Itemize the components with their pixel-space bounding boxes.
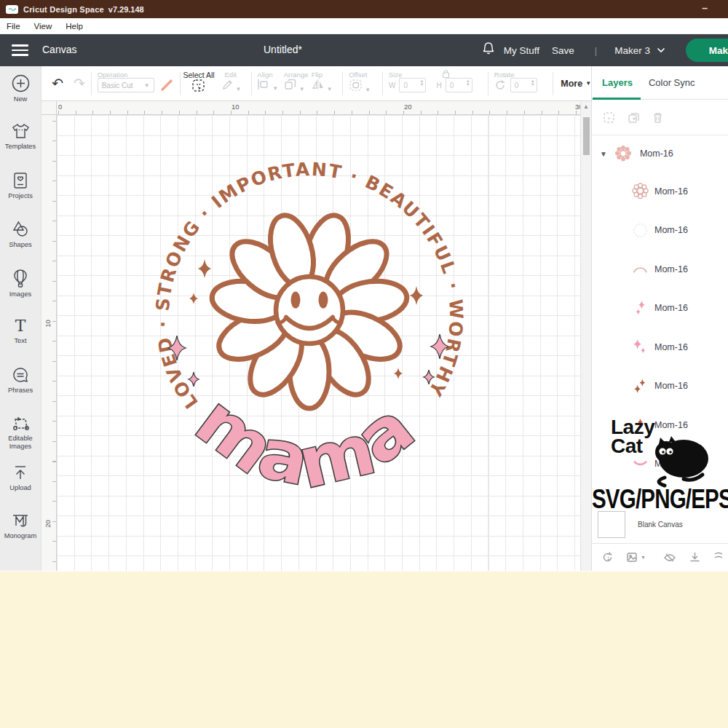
app-header: Canvas Untitled* My Stuff Save | Maker 3… xyxy=(0,34,728,66)
machine-selector[interactable]: Maker 3 xyxy=(614,45,665,56)
header-divider: | xyxy=(595,45,597,56)
undo-button[interactable]: ↷ xyxy=(52,75,63,92)
window-title: Cricut Design Space xyxy=(23,5,104,14)
window-version: v7.29.148 xyxy=(108,5,144,14)
color-swatch[interactable] xyxy=(159,79,174,92)
sidebar-item-shapes[interactable]: Shapes xyxy=(0,220,41,269)
height-label: H xyxy=(436,82,441,90)
sidebar-item-editable-images[interactable]: Editable Images xyxy=(0,415,41,464)
menu-bar: File View Help xyxy=(0,18,728,34)
app-window: Cricut Design Space v7.29.148 – File Vie… xyxy=(0,0,728,571)
clipped-icon[interactable] xyxy=(713,551,726,563)
black-cat-watermark xyxy=(650,434,710,488)
download-icon[interactable] xyxy=(689,551,701,563)
duplicate-icon[interactable] xyxy=(628,111,640,124)
menu-help[interactable]: Help xyxy=(66,22,83,31)
edit-dropdown[interactable]: ▼ xyxy=(218,79,245,94)
smiley-face xyxy=(276,277,343,344)
export-image-icon[interactable] xyxy=(626,551,638,563)
trash-icon[interactable] xyxy=(652,111,663,124)
sidebar-item-new[interactable]: New xyxy=(0,74,41,122)
text-icon: T xyxy=(12,317,29,335)
layer-row[interactable]: Mom-16 xyxy=(592,250,728,289)
layer-row[interactable]: Mom-16 xyxy=(592,289,728,328)
height-input[interactable]: 0▲▼ xyxy=(446,78,472,92)
layer-thumb-flower-outline xyxy=(631,182,649,200)
sidebar-item-projects[interactable]: Projects xyxy=(0,171,41,220)
layer-row[interactable]: Mom-16 xyxy=(592,367,728,406)
layer-row[interactable]: Mom-16 xyxy=(592,328,728,367)
layer-thumb-arc xyxy=(631,260,649,278)
sidebar-item-text[interactable]: T Text xyxy=(0,317,41,366)
balloon-icon xyxy=(12,269,29,288)
layer-thumb-smile xyxy=(631,455,649,473)
hide-icon[interactable] xyxy=(663,553,676,563)
layer-group-row[interactable]: ▼ Mom-16 xyxy=(592,135,728,172)
machine-name: Maker 3 xyxy=(614,45,650,56)
sidebar-item-templates[interactable]: Templates xyxy=(0,122,41,171)
sidebar-item-upload[interactable]: Upload xyxy=(0,464,41,513)
left-sidebar: New Templates Projects Shapes Images T T… xyxy=(0,66,41,571)
lock-icon[interactable] xyxy=(441,68,451,79)
layer-thumb-pink-sparkles xyxy=(631,299,649,317)
lazy-cat-watermark: Lazy Cat xyxy=(611,418,654,456)
operation-dropdown[interactable]: Basic Cut ▼ xyxy=(98,78,154,92)
more-button[interactable]: More▼ xyxy=(561,79,591,89)
offset-dropdown[interactable]: ▼ xyxy=(349,79,376,95)
horizontal-ruler: 0 10 20 30 xyxy=(57,101,580,115)
group-thumb-flower xyxy=(614,144,633,163)
width-input[interactable]: 0▲▼ xyxy=(399,78,426,92)
canvas-scrollbar[interactable]: ▲ xyxy=(580,101,591,571)
tab-layers[interactable]: Layers xyxy=(602,77,633,88)
canvas-area[interactable]: 0 10 20 30 10 20 LOVE xyxy=(41,101,591,571)
layer-row[interactable]: Mom-16 xyxy=(592,211,728,250)
active-tab-underline xyxy=(593,98,641,100)
arrange-dropdown[interactable]: ▼ xyxy=(284,79,312,94)
select-all-icon[interactable] xyxy=(191,79,205,92)
scroll-up-icon[interactable]: ▲ xyxy=(583,103,589,110)
select-all-label: Select All xyxy=(183,71,215,79)
caret-down-icon[interactable]: ▼ xyxy=(641,555,646,560)
tshirt-icon xyxy=(11,122,31,141)
monogram-icon xyxy=(11,513,30,530)
sidebar-item-images[interactable]: Images xyxy=(0,269,41,317)
tab-color-sync[interactable]: Color Sync xyxy=(649,77,695,88)
project-card-icon xyxy=(12,171,29,190)
layer-row[interactable]: Mom-16 xyxy=(592,172,728,211)
redo-button[interactable]: ↷ xyxy=(74,75,85,92)
select-layers-icon[interactable] xyxy=(603,111,615,124)
blank-canvas-row[interactable]: Blank Canvas xyxy=(598,511,683,538)
save-link[interactable]: Save xyxy=(552,45,574,56)
canvas-label[interactable]: Canvas xyxy=(42,44,76,55)
background-bottom xyxy=(0,666,728,728)
make-button[interactable]: Mak xyxy=(686,39,728,62)
minimize-button[interactable]: – xyxy=(702,2,708,14)
phrases-icon xyxy=(11,366,30,384)
align-dropdown[interactable]: ▼ xyxy=(257,79,283,93)
menu-file[interactable]: File xyxy=(7,22,20,31)
shapes-icon xyxy=(11,220,31,239)
rotate-input[interactable]: 0▲▼ xyxy=(510,78,537,92)
layer-thumb-brown-sparkles xyxy=(631,377,649,395)
layer-thumb-pink-sparkles-large xyxy=(631,338,649,356)
flip-icon xyxy=(312,79,325,91)
chevron-down-icon xyxy=(657,47,665,53)
align-label: Align xyxy=(257,71,272,79)
sidebar-item-phrases[interactable]: Phrases xyxy=(0,366,41,415)
edit-toolbar: ↷ ↷ Operation Basic Cut ▼ Select All xyxy=(41,66,591,101)
hamburger-menu-icon[interactable] xyxy=(12,44,28,56)
blank-canvas-thumb xyxy=(598,511,625,538)
my-stuff-link[interactable]: My Stuff xyxy=(504,45,539,56)
notifications-bell-icon[interactable] xyxy=(482,41,495,59)
sync-icon[interactable]: 1 xyxy=(601,551,614,563)
menu-view[interactable]: View xyxy=(34,22,52,31)
scrollbar-thumb[interactable] xyxy=(583,117,590,155)
sidebar-item-monogram[interactable]: Monogram xyxy=(0,513,41,561)
rotate-icon[interactable] xyxy=(494,79,506,91)
group-name: Mom-16 xyxy=(640,149,673,159)
chevron-down-icon[interactable]: ▼ xyxy=(600,150,607,158)
arrange-icon xyxy=(284,79,297,91)
design-artwork[interactable]: LOVED · STRONG · IMPORTANT · BEAUTIFUL ·… xyxy=(149,141,470,505)
flip-dropdown[interactable]: ▼ xyxy=(312,79,337,94)
layers-panel: Layers Color Sync ▼ Mom-16 M xyxy=(591,66,728,571)
